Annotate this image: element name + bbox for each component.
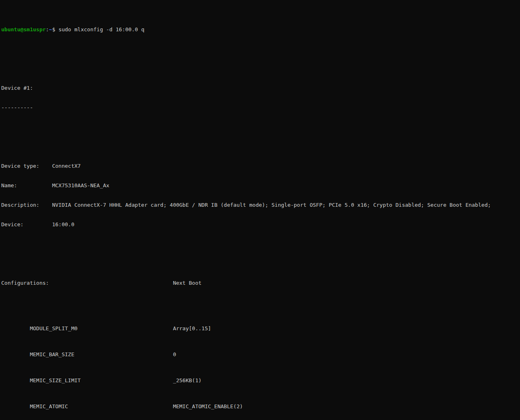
device-info-value: MCX75310AAS-NEA_Ax — [52, 182, 109, 188]
prompt-line: ubuntu@sm1uspr:~$ sudo mlxconfig -d 16:0… — [1, 26, 520, 33]
config-name: MODULE_SPLIT_M0 — [30, 325, 173, 332]
device-info-value: 16:00.0 — [52, 221, 74, 227]
config-value: Array[0..15] — [173, 325, 211, 331]
config-name: MEMIC_SIZE_LIMIT — [30, 377, 173, 384]
device-info-row: Device:16:00.0 — [1, 221, 520, 228]
device-info-value: ConnectX7 — [52, 163, 80, 169]
config-row: MEMIC_ATOMICMEMIC_ATOMIC_ENABLE(2) — [1, 403, 520, 410]
device-info-row: Device type:ConnectX7 — [1, 163, 520, 169]
config-row: MODULE_SPLIT_M0Array[0..15] — [1, 325, 520, 332]
config-name: MEMIC_BAR_SIZE — [30, 351, 173, 358]
terminal-window[interactable]: ubuntu@sm1uspr:~$ sudo mlxconfig -d 16:0… — [0, 0, 520, 420]
configurations-header: Configurations:Next Boot — [1, 280, 520, 286]
device-info-label: Device: — [1, 221, 52, 228]
next-boot-column-header: Next Boot — [173, 280, 202, 286]
config-row: MEMIC_SIZE_LIMIT_256KB(1) — [1, 377, 520, 384]
device-header: Device #1: — [1, 85, 520, 91]
prompt-dollar: $ — [52, 26, 58, 32]
device-header-underline: ---------- — [1, 104, 520, 111]
blank-line — [1, 52, 520, 59]
blank-line — [1, 247, 520, 254]
device-info-label: Device type: — [1, 163, 52, 169]
configurations-title: Configurations: — [1, 280, 173, 286]
config-rows: MODULE_SPLIT_M0Array[0..15] MEMIC_BAR_SI… — [1, 312, 520, 420]
command-text: sudo mlxconfig -d 16:00.0 q — [58, 26, 144, 32]
device-info-label: Name: — [1, 182, 52, 189]
device-info-row: Description:NVIDIA ConnectX-7 HHHL Adapt… — [1, 202, 520, 208]
prompt-user-host: ubuntu@sm1uspr — [1, 26, 46, 32]
config-name: MEMIC_ATOMIC — [30, 403, 173, 410]
device-info-row: Name:MCX75310AAS-NEA_Ax — [1, 182, 520, 189]
device-info-label: Description: — [1, 202, 52, 208]
config-value: MEMIC_ATOMIC_ENABLE(2) — [173, 403, 243, 409]
config-value: 0 — [173, 351, 176, 357]
config-row: MEMIC_BAR_SIZE0 — [1, 351, 520, 358]
config-value: _256KB(1) — [173, 377, 202, 383]
blank-line — [1, 130, 520, 137]
device-info-value: NVIDIA ConnectX-7 HHHL Adapter card; 400… — [52, 202, 491, 208]
